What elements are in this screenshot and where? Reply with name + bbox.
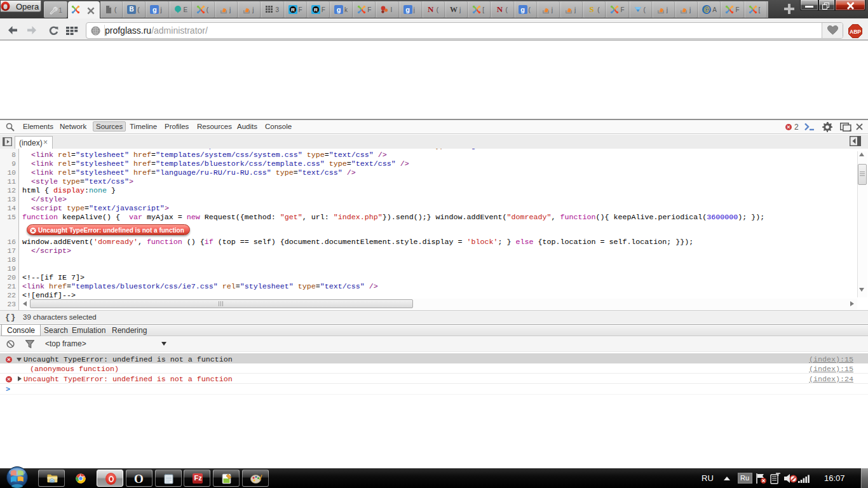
svg-text:R: R — [314, 7, 318, 13]
svg-text:ABP: ABP — [850, 29, 861, 35]
svg-text:R: R — [291, 7, 295, 13]
